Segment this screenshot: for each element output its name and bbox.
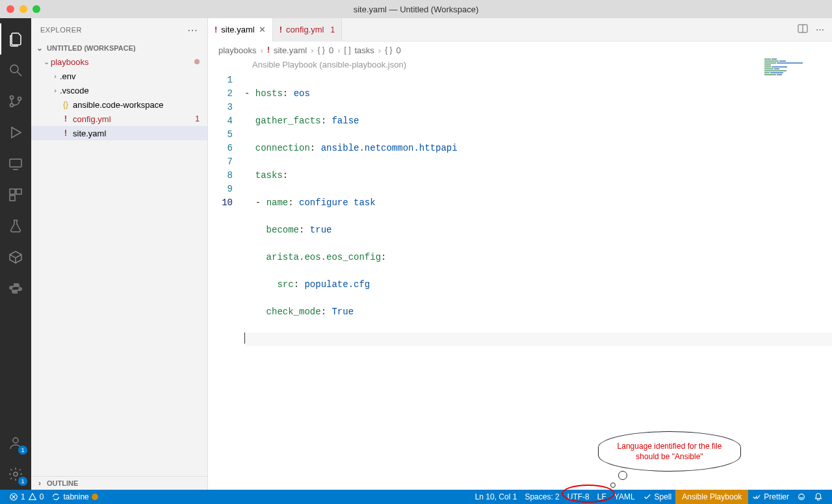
tab-site-yaml[interactable]: ! site.yaml ✕	[208, 18, 273, 42]
settings-badge: 1	[18, 477, 27, 486]
window-title: site.yaml — Untitled (Workspace)	[0, 5, 832, 14]
status-feedback[interactable]	[793, 490, 810, 504]
folder-vscode[interactable]: › .vscode	[31, 83, 207, 97]
explorer-more-button[interactable]: ⋯	[187, 24, 198, 36]
array-icon: [ ]	[344, 45, 350, 55]
file-site-yaml[interactable]: ! site.yaml	[31, 126, 207, 140]
warning-icon	[28, 492, 37, 501]
activity-settings[interactable]: 1	[0, 459, 31, 490]
tab-close-button[interactable]: ✕	[259, 25, 266, 34]
breadcrumb-item[interactable]: site.yaml	[274, 45, 307, 55]
file-code-workspace[interactable]: {} ansible.code-workspace	[31, 97, 207, 112]
activity-accounts[interactable]: 1	[0, 427, 31, 459]
tabnine-status-icon	[92, 494, 98, 500]
search-icon	[8, 62, 23, 78]
folder-env[interactable]: › .env	[31, 69, 207, 83]
yaml-icon: !	[280, 25, 282, 34]
schema-hint[interactable]: Ansible Playbook (ansible-playbook.json)	[208, 58, 832, 73]
status-cursor-pos[interactable]: Ln 10, Col 1	[471, 490, 521, 504]
python-icon	[8, 281, 23, 296]
chevron-right-icon: ›	[35, 479, 44, 488]
svg-point-4	[18, 97, 21, 101]
svg-point-3	[10, 104, 14, 107]
file-label: site.yaml	[73, 129, 201, 138]
status-problems[interactable]: 1 0	[5, 490, 47, 504]
tab-config-yml[interactable]: ! config.yml 1	[273, 18, 343, 42]
error-icon	[9, 492, 18, 501]
annotation-text: Language identified for the file should …	[618, 442, 722, 461]
status-prettier[interactable]: Prettier	[748, 490, 793, 504]
editor-more-button[interactable]: ⋯	[816, 25, 824, 34]
window-zoom-button[interactable]	[32, 5, 40, 13]
breadcrumbs[interactable]: playbooks › ! site.yaml › { } 0 › [ ] ta…	[208, 42, 832, 58]
folder-label: .env	[60, 71, 201, 81]
problem-count: 1	[195, 114, 201, 123]
window-close-button[interactable]	[6, 5, 14, 13]
workspace-section-header[interactable]: ⌄ UNTITLED (WORKSPACE)	[31, 42, 207, 55]
outline-section-header[interactable]: › OUTLINE	[31, 476, 207, 490]
editor-body[interactable]: 1 2 3 4 5 6 7 8 9 10 - hosts: eos gather…	[208, 73, 832, 490]
chevron-right-icon: ›	[261, 45, 263, 55]
folder-label: .vscode	[60, 86, 201, 95]
svg-rect-5	[10, 159, 21, 167]
double-check-icon	[752, 492, 761, 501]
split-editor-button[interactable]	[798, 23, 808, 36]
activity-testing[interactable]	[0, 210, 31, 242]
status-spell[interactable]: Spell	[639, 490, 676, 504]
status-tabnine[interactable]: tabnine	[47, 490, 101, 504]
file-tree: ⌄ playbooks › .env › .vscode {} ansible.…	[31, 55, 207, 140]
check-icon	[643, 492, 652, 501]
status-encoding[interactable]: UTF-8	[564, 490, 593, 504]
outline-title: OUTLINE	[47, 479, 78, 487]
svg-rect-8	[16, 189, 21, 194]
braces-icon: { }	[385, 45, 392, 55]
chevron-right-icon: ›	[337, 45, 340, 55]
status-indent[interactable]: Spaces: 2	[521, 490, 563, 504]
activity-box[interactable]	[0, 242, 31, 273]
yaml-icon: !	[267, 45, 270, 55]
files-icon	[8, 31, 23, 47]
breadcrumb-item[interactable]: tasks	[354, 45, 374, 55]
activity-remote[interactable]	[0, 148, 31, 179]
statusbar: 1 0 tabnine Ln 10, Col 1 Spaces: 2 UTF-8…	[0, 490, 832, 504]
package-icon	[8, 249, 23, 265]
activity-scm[interactable]	[0, 86, 31, 117]
activity-debug[interactable]	[0, 117, 31, 148]
code-area[interactable]: - hosts: eos gather_facts: false connect…	[244, 73, 832, 490]
tab-label: site.yaml	[221, 25, 254, 34]
breadcrumb-item[interactable]: 0	[329, 45, 333, 55]
feedback-icon	[797, 492, 806, 501]
breadcrumb-item[interactable]: playbooks	[218, 45, 257, 55]
status-ansible[interactable]: Ansible Playbook	[675, 490, 748, 504]
file-config-yml[interactable]: ! config.yml 1	[31, 112, 207, 126]
branch-icon	[8, 94, 23, 109]
status-language[interactable]: YAML	[610, 490, 639, 504]
explorer-sidebar: EXPLORER ⋯ ⌄ UNTITLED (WORKSPACE) ⌄ play…	[31, 18, 208, 490]
bell-icon	[814, 492, 823, 501]
chevron-right-icon: ›	[51, 86, 60, 94]
status-eol[interactable]: LF	[593, 490, 610, 504]
activity-extensions[interactable]	[0, 179, 31, 210]
accounts-badge: 1	[18, 446, 27, 455]
activity-explorer[interactable]	[0, 23, 31, 55]
breadcrumb-item[interactable]: 0	[396, 45, 401, 55]
folder-playbooks[interactable]: ⌄ playbooks	[31, 55, 207, 69]
svg-rect-9	[10, 195, 15, 201]
yaml-icon: !	[60, 129, 72, 138]
activity-bar: 1 1	[0, 18, 31, 490]
svg-line-1	[18, 72, 21, 76]
json-icon: {}	[60, 100, 72, 109]
loop-icon	[51, 492, 60, 501]
status-notifications[interactable]	[810, 490, 827, 504]
text-cursor	[244, 333, 245, 344]
chevron-down-icon: ⌄	[35, 44, 44, 53]
svg-point-0	[10, 65, 18, 73]
chevron-down-icon: ⌄	[42, 58, 51, 66]
editor-tabs: ! site.yaml ✕ ! config.yml 1 ⋯	[208, 18, 832, 42]
explorer-title: EXPLORER	[40, 26, 82, 34]
minimap[interactable]	[764, 58, 829, 91]
workspace-name: UNTITLED (WORKSPACE)	[47, 44, 136, 52]
activity-search[interactable]	[0, 55, 31, 86]
activity-python[interactable]	[0, 273, 31, 304]
window-minimize-button[interactable]	[20, 5, 27, 13]
